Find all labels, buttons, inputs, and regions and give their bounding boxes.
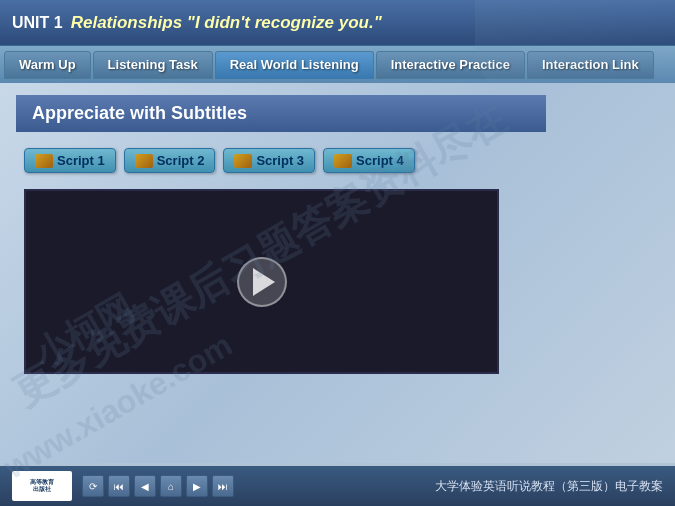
unit-title: Relationships "I didn't recognize you." (71, 13, 382, 33)
skip-forward-button[interactable]: ⏭ (212, 475, 234, 497)
script-icon (135, 154, 153, 168)
section-title: Appreciate with Subtitles (16, 95, 546, 132)
script-icon (35, 154, 53, 168)
prev-button[interactable]: ◀ (134, 475, 156, 497)
script-4-label: Script 4 (356, 153, 404, 168)
video-player[interactable] (24, 189, 499, 374)
script-2-button[interactable]: Script 2 (124, 148, 216, 173)
tab-warm-up[interactable]: Warm Up (4, 51, 91, 79)
skip-back-button[interactable]: ⏮ (108, 475, 130, 497)
script-icon (334, 154, 352, 168)
app-header: UNIT 1 Relationships "I didn't recognize… (0, 0, 675, 45)
home-button[interactable]: ⌂ (160, 475, 182, 497)
replay-button[interactable]: ⟳ (82, 475, 104, 497)
play-button[interactable] (237, 257, 287, 307)
tab-listening-task[interactable]: Listening Task (93, 51, 213, 79)
unit-label: UNIT 1 (12, 14, 63, 32)
footer: 高等教育出版社 ⟳ ⏮ ◀ ⌂ ▶ ⏭ 大学体验英语听说教程（第三版）电子教案 (0, 466, 675, 506)
script-1-label: Script 1 (57, 153, 105, 168)
script-2-label: Script 2 (157, 153, 205, 168)
script-1-button[interactable]: Script 1 (24, 148, 116, 173)
main-content: 更多免费课后习题答案资料尽在 小柯网 www.xiaoke.com Apprec… (0, 83, 675, 463)
tab-real-world-listening[interactable]: Real World Listening (215, 51, 374, 79)
publisher-logo: 高等教育出版社 (12, 471, 72, 501)
script-3-button[interactable]: Script 3 (223, 148, 315, 173)
script-buttons-row: Script 1 Script 2 Script 3 Script 4 (24, 148, 659, 173)
next-button[interactable]: ▶ (186, 475, 208, 497)
script-3-label: Script 3 (256, 153, 304, 168)
script-icon (234, 154, 252, 168)
play-icon (253, 268, 275, 296)
playback-controls: ⟳ ⏮ ◀ ⌂ ▶ ⏭ (82, 475, 234, 497)
footer-description: 大学体验英语听说教程（第三版）电子教案 (435, 478, 663, 495)
script-4-button[interactable]: Script 4 (323, 148, 415, 173)
